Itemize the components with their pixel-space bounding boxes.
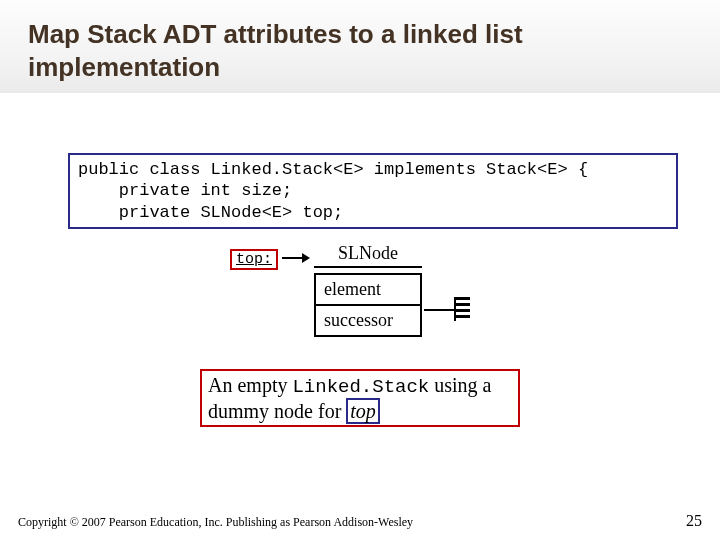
code-line-1: public class Linked.Stack<E> implements … (78, 160, 588, 179)
code-line-2: private int size; (78, 181, 292, 200)
node-field-successor: successor (316, 304, 420, 335)
node-field-element: element (316, 275, 420, 304)
code-block: public class Linked.Stack<E> implements … (68, 153, 678, 229)
code-line-3: private SLNode<E> top; (78, 203, 343, 222)
caption-prefix: An empty (208, 374, 292, 396)
caption-classname: Linked.Stack (292, 376, 429, 398)
top-pointer-label: top: (230, 249, 278, 270)
node-classname: SLNode (314, 243, 422, 268)
caption-top-word: top (346, 398, 380, 424)
arrow-icon (282, 257, 308, 259)
page-number: 25 (686, 512, 702, 530)
null-ground-icon (454, 297, 482, 325)
node-box: element successor (314, 273, 422, 337)
slide-title: Map Stack ADT attributes to a linked lis… (28, 18, 692, 83)
copyright-text: Copyright © 2007 Pearson Education, Inc.… (18, 515, 413, 530)
diagram-caption: An empty Linked.Stack using a dummy node… (200, 369, 520, 427)
linked-stack-diagram: top: SLNode element successor (230, 243, 490, 353)
